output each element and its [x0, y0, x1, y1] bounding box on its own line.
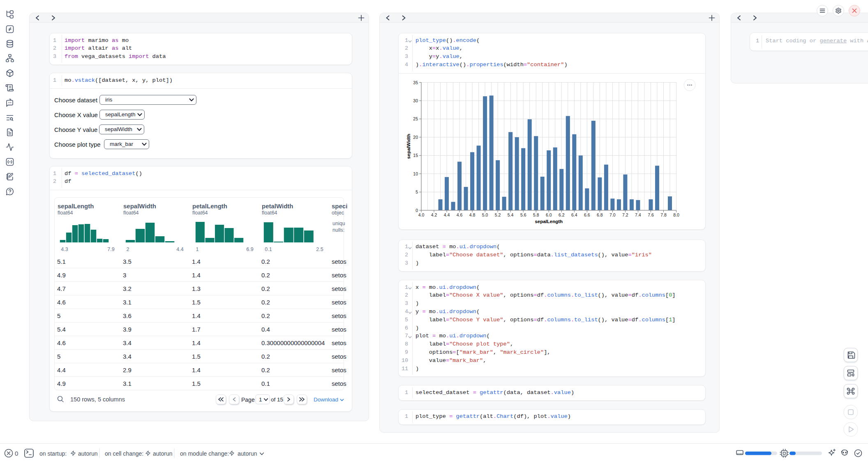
- svg-text:on cell change:: on cell change:: [105, 450, 143, 457]
- svg-text:on module change:: on module change:: [180, 450, 229, 457]
- svg-text:autorun: autorun: [153, 450, 172, 457]
- svg-text:0: 0: [15, 450, 18, 457]
- svg-text:autorun: autorun: [78, 450, 97, 457]
- svg-text:on startup:: on startup:: [39, 450, 67, 457]
- svg-text:autorun: autorun: [238, 450, 257, 457]
